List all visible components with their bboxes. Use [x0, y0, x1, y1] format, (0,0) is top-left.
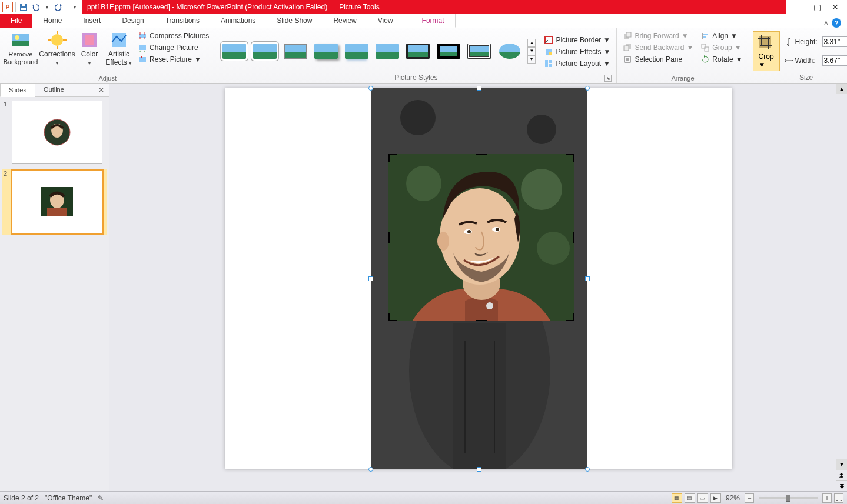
styles-dialog-launcher[interactable]: ⬊: [604, 75, 612, 82]
style-matte[interactable]: [251, 41, 279, 62]
save-icon[interactable]: [18, 2, 29, 12]
outline-tab[interactable]: Outline: [35, 84, 72, 96]
zoom-in-button[interactable]: +: [822, 493, 832, 503]
selection-handle[interactable]: [368, 467, 373, 472]
fit-to-window-button[interactable]: ⛶: [834, 493, 843, 503]
qat-customize-icon[interactable]: ▼: [69, 2, 80, 12]
svg-rect-33: [702, 44, 706, 48]
reset-picture-button[interactable]: Reset Picture ▼: [135, 54, 211, 65]
gallery-scroll[interactable]: ▲▼▾: [527, 39, 536, 64]
minimize-button[interactable]: —: [795, 2, 803, 12]
tab-format[interactable]: Format: [411, 14, 456, 28]
selection-pane-button[interactable]: Selection Pane: [620, 54, 696, 65]
svg-point-58: [467, 230, 471, 233]
corrections-button[interactable]: Corrections▼: [40, 29, 74, 66]
crop-handle-t[interactable]: [476, 154, 487, 155]
send-backward-button[interactable]: Send Backward ▼: [620, 42, 696, 53]
crop-handle-l[interactable]: [388, 232, 390, 243]
bring-forward-button[interactable]: Bring Forward ▼: [620, 31, 696, 41]
redo-icon[interactable]: [54, 2, 64, 12]
style-shadow[interactable]: [312, 41, 340, 62]
group-button[interactable]: Group ▼: [698, 42, 745, 53]
picture-effects-button[interactable]: Picture Effects ▼: [542, 46, 613, 57]
tab-transitions[interactable]: Transitions: [155, 14, 210, 28]
tab-home[interactable]: Home: [32, 14, 72, 28]
slide-canvas-area[interactable]: ▲ ▼ ⯭ ⯯: [109, 84, 847, 491]
slide-thumbnail-2[interactable]: [12, 170, 102, 233]
style-double[interactable]: [404, 41, 432, 62]
close-button[interactable]: ✕: [832, 2, 839, 12]
style-compound[interactable]: [465, 41, 493, 62]
ribbon-tabs: File Home Insert Design Transitions Anim…: [0, 14, 847, 28]
normal-view-button[interactable]: ▦: [672, 493, 682, 503]
file-tab[interactable]: File: [0, 14, 32, 28]
tab-view[interactable]: View: [367, 14, 404, 28]
panel-close-icon[interactable]: ✕: [94, 84, 109, 96]
slide-thumbnail-1[interactable]: [12, 101, 102, 164]
selection-handle[interactable]: [477, 86, 481, 91]
tab-animations[interactable]: Animations: [210, 14, 266, 28]
slideshow-view-button[interactable]: ▶: [710, 493, 721, 503]
spellcheck-icon[interactable]: ✎: [98, 494, 104, 502]
selection-handle[interactable]: [585, 86, 590, 91]
crop-handle-tr[interactable]: [566, 154, 574, 162]
style-soft[interactable]: [373, 41, 401, 62]
align-button[interactable]: Align ▼: [698, 31, 745, 41]
zoom-slider[interactable]: [759, 497, 818, 499]
crop-handle-r[interactable]: [573, 232, 574, 243]
zoom-level[interactable]: 92%: [726, 494, 740, 502]
crop-button[interactable]: Crop▼: [753, 31, 780, 71]
maximize-button[interactable]: ▢: [813, 2, 821, 12]
width-input[interactable]: [822, 55, 847, 66]
tab-slideshow[interactable]: Slide Show: [266, 14, 323, 28]
slides-tab[interactable]: Slides: [0, 84, 35, 97]
style-thick[interactable]: [434, 41, 463, 62]
thumbnail-row: 1: [4, 101, 105, 164]
selected-picture[interactable]: [371, 88, 587, 469]
ribbon-minimize-icon[interactable]: ᐱ: [824, 20, 828, 26]
crop-handle-bl[interactable]: [388, 313, 397, 321]
help-icon[interactable]: ?: [832, 18, 841, 28]
selection-handle[interactable]: [585, 467, 590, 472]
svg-rect-15: [139, 45, 146, 50]
change-picture-button[interactable]: Change Picture: [135, 42, 211, 53]
crop-visible-region[interactable]: [388, 154, 574, 321]
picture-layout-button[interactable]: Picture Layout ▼: [542, 58, 613, 69]
selection-handle[interactable]: [477, 467, 481, 472]
artistic-effects-button[interactable]: Artistic Effects ▼: [105, 29, 133, 67]
powerpoint-icon[interactable]: P: [2, 2, 13, 12]
tab-design[interactable]: Design: [111, 14, 154, 28]
zoom-out-button[interactable]: −: [745, 493, 754, 503]
undo-icon[interactable]: [30, 2, 41, 12]
compress-pictures-button[interactable]: Compress Pictures: [135, 31, 211, 41]
slide[interactable]: [225, 88, 732, 469]
selection-handle[interactable]: [368, 86, 373, 91]
scroll-down-icon[interactable]: ▼: [836, 459, 847, 470]
sorter-view-button[interactable]: ▤: [685, 493, 695, 503]
scroll-up-icon[interactable]: ▲: [836, 84, 847, 94]
crop-handle-tl[interactable]: [388, 154, 397, 162]
height-icon: [785, 38, 793, 46]
selection-handle[interactable]: [585, 276, 590, 281]
selection-handle[interactable]: [368, 276, 373, 281]
rotate-button[interactable]: Rotate ▼: [698, 54, 745, 65]
picture-style-gallery[interactable]: ▲▼▾: [219, 36, 537, 66]
color-button[interactable]: Color▼: [77, 29, 102, 66]
crop-handle-br[interactable]: [566, 313, 574, 321]
picture-border-button[interactable]: Picture Border ▼: [542, 35, 613, 45]
reading-view-button[interactable]: ▭: [697, 493, 708, 503]
crop-handle-b[interactable]: [476, 320, 487, 321]
remove-background-button[interactable]: Remove Background: [4, 29, 38, 65]
height-input[interactable]: [822, 36, 847, 47]
undo-dropdown-icon[interactable]: ▼: [42, 2, 52, 12]
style-oval[interactable]: [496, 41, 524, 62]
style-simple[interactable]: [220, 41, 248, 62]
style-reflect[interactable]: [343, 41, 371, 62]
tab-insert[interactable]: Insert: [72, 14, 111, 28]
style-frame[interactable]: [281, 41, 310, 62]
width-icon: [785, 56, 793, 65]
next-slide-icon[interactable]: ⯯: [836, 480, 847, 491]
prev-slide-icon[interactable]: ⯭: [836, 470, 847, 480]
vertical-scrollbar[interactable]: ▲ ▼ ⯭ ⯯: [836, 84, 847, 491]
tab-review[interactable]: Review: [323, 14, 367, 28]
